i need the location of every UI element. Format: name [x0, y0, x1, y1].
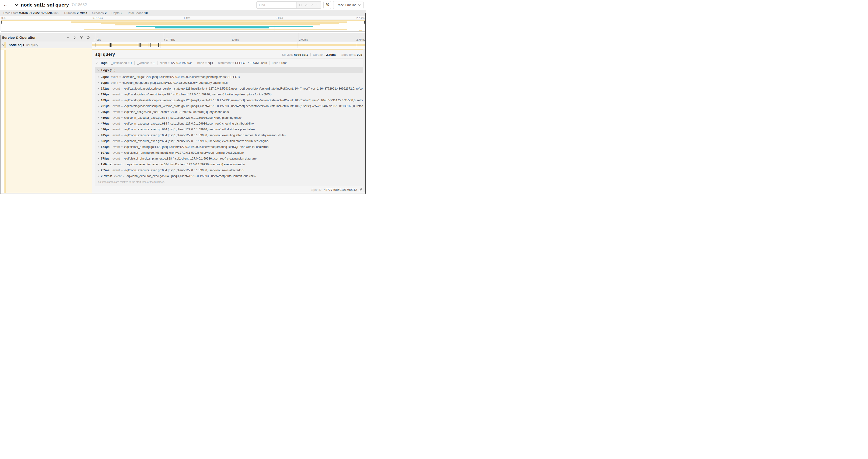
chevron-right-icon [97, 169, 99, 171]
tags-label: Tags: [100, 61, 108, 65]
tag-equals: = [151, 61, 152, 65]
ruler-tick-label: 697.75μs [93, 17, 103, 19]
log-row[interactable]: 597μs: event = ‹sql/distsql_running.go:4… [96, 150, 363, 156]
trace-title-area: node sql1: sql query 7418682 [15, 2, 256, 8]
chevron-right-icon [97, 99, 99, 101]
log-timestamp: 495μs: [101, 133, 111, 137]
span-color-bar [4, 42, 6, 48]
summary-label: Duration [64, 11, 75, 15]
log-row[interactable]: 366μs: event = ‹sql/plan_opt.go:358 [nsq… [96, 109, 363, 115]
expand-all-icon[interactable] [87, 36, 90, 39]
spanid-label: SpanID: [311, 188, 322, 192]
find-addon [296, 2, 321, 8]
log-equals: = [121, 104, 123, 108]
keyboard-shortcuts-button[interactable]: ⌘ [323, 1, 331, 9]
log-row[interactable]: 34μs: event = ‹sql/exec_util.go:2297 [ns… [96, 74, 363, 80]
expanded-row-accent-left [0, 48, 92, 50]
chevron-right-icon [97, 140, 99, 142]
log-row[interactable]: 486μs: event = ‹sql/conn_executor_exec.g… [96, 126, 363, 132]
detail-divider [95, 59, 363, 59]
log-marker-tick [112, 43, 112, 47]
link-icon[interactable] [359, 188, 362, 192]
log-field-key: event [114, 174, 121, 178]
log-row[interactable]: 476μs: event = ‹sql/conn_executor_exec.g… [96, 121, 363, 126]
summary-item: Services2 [90, 11, 109, 15]
span-detail-header: sql query Service:node sql1 Duration:2.7… [95, 52, 363, 57]
span-row: node sql1 sql query [0, 42, 366, 48]
locate-icon[interactable] [299, 3, 302, 7]
span-service-name: node sql1 [9, 43, 25, 47]
column-resizer-handle[interactable] [94, 39, 95, 41]
tag-equals: = [232, 61, 234, 65]
log-marker-tick [137, 43, 137, 47]
log-row[interactable]: 495μs: event = ‹sql/conn_executor_exec.g… [96, 132, 363, 138]
span-detail-meta: Service:node sql1 Duration:2.79ms Start … [280, 53, 363, 57]
log-equals: = [121, 87, 123, 90]
back-button[interactable]: ← [0, 0, 11, 10]
tags-accordion[interactable]: Tags: _unfinished=1 _verbose=1 client=12… [95, 60, 363, 65]
log-timestamp: 486μs: [101, 128, 111, 131]
log-field-value: ‹sql/exec_util.go:2297 [nsql1,client=127… [122, 75, 240, 78]
log-row[interactable]: 2.7ms: event = ‹sql/conn_executor_exec.g… [96, 167, 363, 173]
log-row[interactable]: 459μs: event = ‹sql/conn_executor_exec.g… [96, 115, 363, 121]
trace-view-selector[interactable]: Trace Timeline [333, 1, 364, 9]
log-row[interactable]: 2.79ms: event = ‹sql/conn_executor_exec.… [96, 173, 363, 179]
log-row[interactable]: 189μs: event = ‹sql/catalog/lease/descri… [96, 97, 363, 103]
log-field-key: event [113, 104, 120, 108]
log-row[interactable]: 201μs: event = ‹sql/catalog/lease/descri… [96, 103, 363, 109]
chevron-right-icon [97, 111, 99, 113]
next-match-icon[interactable] [310, 3, 313, 6]
clear-find-icon[interactable] [316, 3, 319, 6]
log-field-key: event [111, 81, 118, 85]
logs-header[interactable]: Logs (18) [95, 67, 363, 73]
collapse-all-icon[interactable] [80, 36, 83, 39]
log-equals: = [121, 116, 123, 120]
detail-meta-item: Service:node sql1 [280, 53, 310, 57]
log-timestamp: 597μs: [101, 151, 111, 154]
find-group [256, 1, 321, 9]
tag-value: 1 [153, 61, 155, 65]
expand-one-icon[interactable] [73, 36, 76, 39]
tag-key: _verbose [137, 61, 149, 65]
log-row[interactable]: 142μs: event = ‹sql/catalog/lease/descri… [96, 86, 363, 91]
log-field-key: event [113, 122, 120, 125]
log-row[interactable]: 176μs: event = ‹sql/catalog/descs/descri… [96, 91, 363, 97]
tag-key: client [160, 61, 167, 65]
window-edge-right [365, 13, 366, 194]
log-marker-tick [109, 43, 110, 47]
log-row[interactable]: 678μs: event = ‹sql/distsql_physical_pla… [96, 156, 363, 161]
detail-meta-item: Duration:2.79ms [310, 53, 339, 57]
log-row[interactable]: 502μs: event = ‹sql/conn_executor_exec.g… [96, 138, 363, 144]
log-field-key: event [114, 163, 121, 166]
span-name-cell[interactable]: node sql1 sql query [0, 42, 92, 48]
log-field-value: ‹sql/distsql_physical_planner.go:828 [ns… [124, 157, 257, 160]
minimap-span-bar [1, 20, 365, 21]
collapse-one-icon[interactable] [66, 36, 70, 39]
chevron-right-icon [97, 128, 99, 131]
tag-value: 127.0.0.1:59936 [170, 61, 192, 65]
find-input[interactable] [257, 2, 296, 8]
minimap-canvas[interactable] [1, 20, 365, 31]
log-row[interactable]: 2.69ms: event = ‹sql/conn_executor_exec.… [96, 161, 363, 167]
detail-scrollbar-track[interactable] [363, 50, 365, 192]
tag-equals: = [205, 61, 207, 65]
log-field-value: ‹sql/plan_opt.go:358 [nsql1,client=127.0… [124, 110, 229, 113]
prev-match-icon[interactable] [305, 3, 308, 6]
span-timeline-cell[interactable] [92, 42, 366, 48]
span-operation-name: sql query [26, 43, 38, 47]
summary-item: Depth6 [109, 11, 125, 15]
chevron-down-icon[interactable] [15, 3, 19, 6]
log-equals: = [123, 163, 124, 166]
log-row[interactable]: 574μs: event = ‹sql/distsql_running.go:1… [96, 144, 363, 150]
log-row[interactable]: 80μs: event = ‹sql/plan_opt.go:358 [nsql… [96, 80, 363, 86]
summary-value: 2 [105, 11, 106, 15]
trace-id: 7418682 [71, 3, 87, 7]
service-operation-title: Service & Operation [2, 35, 66, 40]
span-duration-bar[interactable] [92, 44, 366, 46]
log-marker-tick [140, 43, 140, 47]
tag-item: user=root [269, 61, 289, 65]
log-field-value: ‹sql/distsql_running.go:1420 [nsql1,clie… [124, 145, 270, 149]
log-equals: = [121, 157, 123, 160]
chevron-right-icon [97, 88, 99, 90]
log-field-key: event [113, 87, 120, 90]
